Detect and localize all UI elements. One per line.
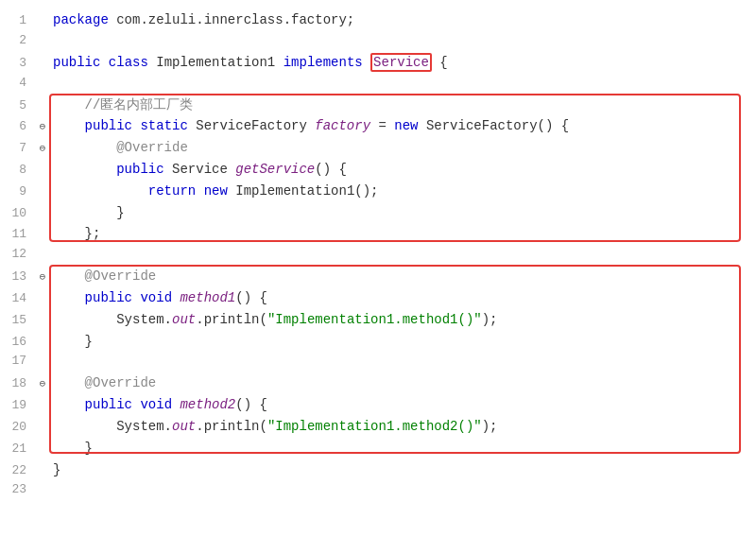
line-num-19: 19 (0, 396, 36, 416)
line-num-9: 9 (0, 182, 36, 202)
line-5: 5 //匿名内部工厂类 (0, 95, 756, 116)
line-num-20: 20 (0, 418, 36, 438)
service-keyword: Service (370, 53, 432, 72)
line-num-10: 10 (0, 204, 36, 224)
line-21: 21 } (0, 438, 756, 459)
line-content-7: @Override (49, 137, 756, 158)
line-13: 13 ⊖ @Override (0, 266, 756, 287)
line-num-15: 15 (0, 311, 36, 331)
line-16: 16 } (0, 331, 756, 353)
line-num-3: 3 (0, 54, 36, 74)
line-content-16: } (49, 331, 756, 352)
line-content-21: } (49, 438, 756, 459)
line-num-11: 11 (0, 225, 36, 245)
line-content-18: @Override (49, 372, 756, 393)
line-7: 7 ⊖ @Override (0, 137, 756, 159)
line-num-21: 21 (0, 440, 36, 459)
code-body: 1 package com.zeluli.innerclass.factory;… (0, 9, 756, 501)
line-content-5: //匿名内部工厂类 (49, 95, 756, 115)
line-10: 10 } (0, 202, 756, 224)
line-4: 4 (0, 74, 756, 95)
line-content-3: public class Implementation1 implements … (49, 52, 756, 73)
line-num-13: 13 (0, 268, 36, 287)
line-num-18: 18 (0, 374, 36, 394)
line-num-1: 1 (0, 11, 36, 31)
fold-icon-13[interactable]: ⊖ (36, 269, 49, 286)
line-content-10: } (49, 202, 756, 223)
line-9: 9 return new Implementation1(); (0, 181, 756, 202)
line-num-23: 23 (0, 480, 36, 500)
line-content-15: System.out.println("Implementation1.meth… (49, 309, 756, 330)
line-23: 23 (0, 480, 756, 501)
line-content-1: package com.zeluli.innerclass.factory; (49, 9, 756, 30)
line-num-7: 7 (0, 139, 36, 159)
line-6: 6 ⊖ public static ServiceFactory factory… (0, 115, 756, 137)
line-18: 18 ⊖ @Override (0, 372, 756, 394)
line-3: 3 public class Implementation1 implement… (0, 52, 756, 74)
line-content-13: @Override (49, 266, 756, 286)
line-17: 17 (0, 352, 756, 372)
fold-icon-18[interactable]: ⊖ (36, 376, 49, 393)
code-editor: 1 package com.zeluli.innerclass.factory;… (0, 0, 756, 554)
line-19: 19 public void method2() { (0, 394, 756, 416)
line-12: 12 (0, 245, 756, 266)
line-num-8: 8 (0, 161, 36, 181)
line-22: 22 } (0, 459, 756, 481)
line-content-14: public void method1() { (49, 287, 756, 308)
line-content-11: }; (49, 223, 756, 244)
line-1: 1 package com.zeluli.innerclass.factory; (0, 9, 756, 31)
line-content-22: } (49, 459, 756, 480)
line-14: 14 public void method1() { (0, 287, 756, 309)
line-11: 11 }; (0, 223, 756, 245)
line-content-20: System.out.println("Implementation1.meth… (49, 416, 756, 437)
line-20: 20 System.out.println("Implementation1.m… (0, 416, 756, 438)
line-content-6: public static ServiceFactory factory = n… (49, 115, 756, 136)
line-content-8: public Service getService() { (49, 159, 756, 180)
line-15: 15 System.out.println("Implementation1.m… (0, 309, 756, 331)
line-num-16: 16 (0, 333, 36, 353)
line-num-5: 5 (0, 96, 36, 116)
line-num-14: 14 (0, 289, 36, 309)
line-num-17: 17 (0, 352, 36, 372)
line-num-6: 6 (0, 117, 36, 137)
line-content-9: return new Implementation1(); (49, 181, 756, 201)
line-2: 2 (0, 31, 756, 52)
fold-icon-6[interactable]: ⊖ (36, 119, 49, 136)
line-num-4: 4 (0, 74, 36, 94)
line-num-2: 2 (0, 31, 36, 51)
fold-icon-7[interactable]: ⊖ (36, 141, 49, 158)
line-num-22: 22 (0, 461, 36, 481)
line-8: 8 public Service getService() { (0, 159, 756, 181)
line-content-19: public void method2() { (49, 394, 756, 415)
line-num-12: 12 (0, 245, 36, 265)
